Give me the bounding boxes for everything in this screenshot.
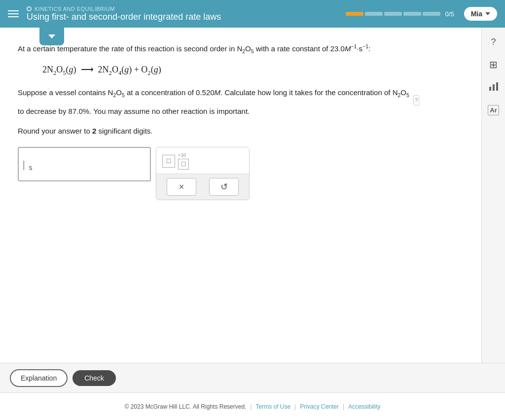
explanation-button[interactable]: Explanation: [10, 369, 68, 387]
user-menu-button[interactable]: Mia: [464, 7, 497, 21]
keypad-clear-button[interactable]: ×: [167, 178, 196, 196]
user-name: Mia: [471, 10, 482, 18]
progress-seg-2: [365, 12, 383, 16]
keypad-top: □ ×10 □: [156, 147, 249, 174]
periodic-table-button[interactable]: Ar: [484, 101, 503, 119]
accessibility-link[interactable]: Accessibility: [348, 403, 380, 410]
chart-icon: [488, 81, 499, 94]
course-label: KINETICS AND EQUILIBRIUM: [35, 6, 115, 12]
calculator-icon: ⊞: [489, 59, 498, 70]
help-icon: ?: [491, 37, 496, 47]
keypad-actions: × ↺: [156, 174, 249, 200]
periodic-table-icon: Ar: [488, 105, 499, 115]
help-inline-icon[interactable]: ?: [413, 95, 419, 105]
progress-seg-4: [403, 12, 421, 16]
page-title: Using first- and second-order integrated…: [27, 12, 221, 22]
terms-of-use-link[interactable]: Terms of Use: [256, 403, 291, 410]
answer-input-box[interactable]: | s: [18, 147, 151, 181]
side-toolbar: ? ⊞ Ar: [481, 28, 505, 363]
answer-area: | s □ ×10 □ × ↺: [18, 147, 485, 200]
progress-text: 0/5: [445, 10, 454, 18]
progress-bars: [346, 12, 440, 16]
svg-rect-1: [493, 84, 495, 91]
question-instruction: Round your answer to 2 significant digit…: [18, 125, 485, 138]
keypad-undo-button[interactable]: ↺: [209, 178, 239, 196]
keypad-exp-box[interactable]: □: [178, 159, 189, 170]
header: KINETICS AND EQUILIBRIUM Using first- an…: [0, 0, 505, 28]
help-button[interactable]: ?: [484, 33, 503, 51]
answer-unit: s: [29, 164, 32, 176]
copyright-text: © 2023 McGraw Hill LLC. All Rights Reser…: [124, 403, 246, 410]
check-label: Check: [84, 374, 104, 382]
data-button[interactable]: [484, 78, 503, 97]
progress-seg-3: [384, 12, 402, 16]
progress-seg-5: [423, 12, 440, 16]
check-button[interactable]: Check: [72, 370, 116, 386]
question-body: Suppose a vessel contains N2O5 at a conc…: [18, 86, 485, 100]
reaction-equation: 2N2O5(g) ⟶ 2N2O4(g) + O2(g): [42, 64, 485, 77]
chevron-down-icon: [48, 35, 55, 38]
question-intro: At a certain temperature the rate of thi…: [18, 42, 485, 56]
progress-area: 0/5: [346, 10, 454, 18]
svg-rect-0: [489, 87, 491, 91]
header-title-area: KINETICS AND EQUILIBRIUM Using first- an…: [27, 6, 221, 22]
main-content: At a certain temperature the rate of thi…: [0, 28, 505, 363]
explanation-label: Explanation: [21, 374, 57, 382]
privacy-center-link[interactable]: Privacy Center: [300, 403, 339, 410]
keypad: □ ×10 □ × ↺: [156, 147, 250, 200]
keypad-exponent-label: ×10: [178, 152, 186, 158]
answer-cursor: |: [23, 158, 25, 171]
calculator-button[interactable]: ⊞: [484, 55, 503, 74]
keypad-symbol2: □: [181, 160, 185, 168]
svg-rect-2: [496, 82, 498, 91]
collapse-button[interactable]: [39, 28, 64, 45]
chevron-down-icon: [485, 12, 490, 15]
progress-seg-1: [346, 12, 363, 16]
hamburger-menu[interactable]: [8, 10, 19, 17]
copyright-bar: © 2023 McGraw Hill LLC. All Rights Reser…: [0, 392, 505, 420]
footer-bar: Explanation Check: [0, 363, 505, 392]
question-body2: to decrease by 87.0%. You may assume no …: [18, 105, 485, 118]
keypad-symbol1: □: [167, 157, 171, 165]
keypad-symbol-box[interactable]: □: [162, 155, 175, 168]
